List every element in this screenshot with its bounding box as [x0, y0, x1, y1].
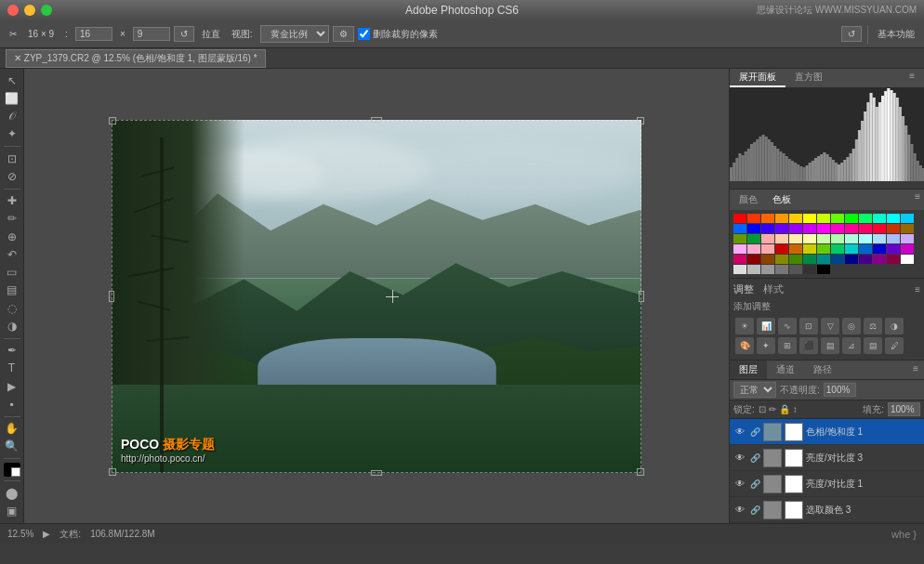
swatch-item[interactable] [817, 214, 830, 223]
lock-all-icon[interactable]: 🔒 [779, 404, 790, 414]
undo-button[interactable]: ↺ [841, 26, 862, 42]
marquee-tool[interactable]: ⬜ [3, 90, 21, 106]
swatch-item[interactable] [789, 224, 802, 233]
levels-icon[interactable]: 📊 [757, 318, 775, 334]
swatch-black[interactable] [817, 265, 830, 274]
width-input[interactable] [75, 27, 112, 41]
swatch-item[interactable] [733, 265, 746, 274]
screen-mode[interactable]: ▣ [3, 504, 21, 519]
settings-button[interactable]: ⚙ [333, 26, 354, 42]
swatch-item[interactable] [831, 214, 844, 223]
brush-tool[interactable]: ✏ [3, 211, 21, 227]
foreground-color[interactable] [4, 463, 20, 478]
swatch-item[interactable] [859, 214, 872, 223]
swatch-item[interactable] [859, 224, 872, 233]
curves-icon[interactable]: ∿ [778, 318, 797, 334]
view-select[interactable]: 黄金比例 [260, 25, 329, 43]
swatch-item[interactable] [901, 214, 914, 223]
swatch-blue[interactable] [747, 224, 760, 233]
swatch-white[interactable] [901, 255, 914, 264]
swatch-item[interactable] [789, 234, 802, 243]
swatch-item[interactable] [775, 244, 788, 254]
brightness-icon[interactable]: ☀ [735, 318, 754, 334]
swatch-magenta[interactable] [817, 224, 830, 233]
swatch-item[interactable] [775, 234, 788, 243]
eyedropper-tool[interactable]: ⊘ [3, 168, 21, 184]
swatch-item[interactable] [775, 255, 788, 264]
swatch-item[interactable] [887, 244, 900, 254]
swatch-green[interactable] [845, 214, 858, 223]
swatch-item[interactable] [747, 214, 760, 223]
maximize-button[interactable] [41, 5, 52, 16]
zoom-tool[interactable]: 🔍 [3, 439, 21, 454]
swatch-yellow[interactable] [803, 214, 816, 223]
canvas-area[interactable]: POCO 摄影专题 http://photo.poco.cn/ [24, 69, 729, 523]
layer-visibility-2[interactable]: 👁 [733, 478, 746, 491]
history-brush-tool[interactable]: ↶ [3, 246, 21, 262]
minimize-button[interactable] [24, 5, 35, 16]
shape-tool[interactable]: ▪ [3, 396, 21, 412]
swatch-item[interactable] [817, 234, 830, 243]
hue-sat-icon[interactable]: ◎ [842, 318, 861, 334]
swatch-item[interactable] [733, 224, 746, 233]
clone-stamp-tool[interactable]: ⊕ [3, 229, 21, 244]
swatch-item[interactable] [873, 234, 886, 243]
posterize-icon[interactable]: ▤ [821, 337, 839, 354]
histogram-tab-expand[interactable]: 展开面板 [730, 69, 785, 87]
swatch-item[interactable] [761, 244, 774, 254]
opacity-input[interactable] [824, 383, 856, 397]
swatch-item[interactable] [789, 255, 802, 264]
swatch-item[interactable] [873, 224, 886, 233]
layer-visibility-3[interactable]: 👁 [733, 504, 746, 517]
color-tab-swatches[interactable]: 色板 [767, 191, 797, 208]
swatch-item[interactable] [803, 265, 816, 274]
swatch-item[interactable] [761, 234, 774, 243]
swatch-cyan[interactable] [887, 214, 900, 223]
hand-tool[interactable]: ✋ [3, 421, 21, 437]
layer-row-3[interactable]: 👁 🔗 选取颜色 3 [730, 497, 924, 523]
swatch-item[interactable] [733, 255, 746, 264]
histogram-tab-histogram[interactable]: 直方图 [785, 69, 832, 87]
swatch-item[interactable] [789, 244, 802, 254]
histogram-menu[interactable]: ≡ [900, 69, 924, 87]
crop-tool[interactable]: ⊡ [3, 151, 21, 166]
channel-mixer-icon[interactable]: ✦ [757, 337, 775, 354]
swatch-item[interactable] [761, 255, 774, 264]
swatch-item[interactable] [831, 255, 844, 264]
swatch-item[interactable] [775, 265, 788, 274]
lock-pixels-icon[interactable]: ⊡ [759, 404, 766, 414]
swatch-item[interactable] [887, 255, 900, 264]
threshold-icon[interactable]: ⊿ [842, 337, 861, 354]
layer-link-1[interactable]: 🔗 [749, 452, 760, 465]
swatch-item[interactable] [859, 234, 872, 243]
swatch-item[interactable] [887, 234, 900, 243]
swatch-item[interactable] [803, 224, 816, 233]
swatch-item[interactable] [845, 234, 858, 243]
swatch-item[interactable] [789, 265, 802, 274]
swatch-item[interactable] [817, 255, 830, 264]
color-lookup-icon[interactable]: ⊞ [778, 337, 797, 354]
tab-paths[interactable]: 路径 [804, 361, 841, 379]
layer-row-0[interactable]: 👁 🔗 色相/饱和度 1 [730, 419, 924, 445]
swatch-item[interactable] [803, 255, 816, 264]
delete-pixels-checkbox[interactable] [358, 28, 370, 40]
eraser-tool[interactable]: ▭ [3, 265, 21, 281]
swatch-item[interactable] [831, 224, 844, 233]
lasso-tool[interactable]: 𝒪 [3, 109, 21, 125]
blend-mode-select[interactable]: 正常 [733, 382, 776, 398]
swatch-item[interactable] [831, 244, 844, 254]
swatch-item[interactable] [747, 255, 760, 264]
photo-filter-icon[interactable]: 🎨 [735, 337, 754, 354]
layer-link-2[interactable]: 🔗 [749, 478, 760, 491]
bw-icon[interactable]: ◑ [885, 318, 904, 334]
magic-wand-tool[interactable]: ✦ [3, 126, 21, 142]
swatch-item[interactable] [761, 224, 774, 233]
swatch-item[interactable] [859, 244, 872, 254]
blur-tool[interactable]: ◌ [3, 300, 21, 316]
fill-input[interactable] [888, 402, 920, 416]
invert-icon[interactable]: ⬛ [799, 337, 818, 354]
swatch-item[interactable] [733, 234, 746, 243]
style-tab[interactable]: 样式 [763, 282, 784, 296]
dodge-tool[interactable]: ◑ [3, 318, 21, 334]
swatch-item[interactable] [873, 244, 886, 254]
